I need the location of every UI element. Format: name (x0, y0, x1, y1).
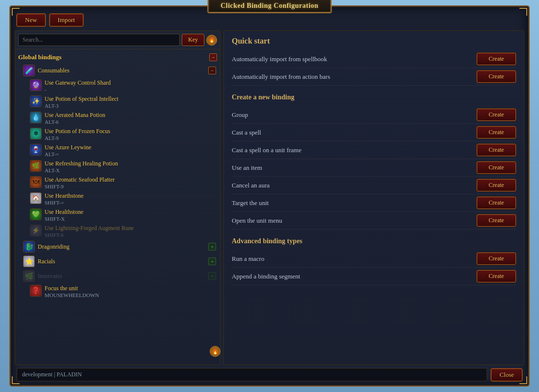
window-title: Clicked Binding Configuration (220, 2, 318, 9)
new-button[interactable]: New (17, 14, 46, 26)
dragonriding-expand-btn[interactable]: + (208, 243, 216, 251)
cancel-aura-create-btn[interactable]: Create (477, 179, 516, 191)
list-item[interactable]: 🌿 Use Refreshing Healing Potion ALT-X (15, 159, 220, 175)
advanced-title: Advanced binding types (232, 237, 516, 245)
item-text-7: Use Hearthstone SHIFT-= (45, 192, 217, 206)
innervates-expand-btn[interactable]: + (208, 272, 216, 280)
global-bindings-group[interactable]: Global bindings − (15, 51, 220, 63)
search-input[interactable] (18, 34, 180, 46)
group-create-btn[interactable]: Create (477, 109, 516, 121)
item-key-4: ALT-= (45, 151, 217, 157)
item-name-1: Use Potion of Spectral Intellect (45, 95, 217, 103)
item-name-2: Use Aerated Mana Potion (45, 112, 217, 119)
innervates-category[interactable]: 🌿 Innervates + (15, 269, 220, 283)
item-text-3: Use Potion of Frozen Focus ALT-9 (45, 128, 217, 141)
macro-create-btn[interactable]: Create (477, 253, 516, 265)
item-icon-2: 💧 (30, 112, 42, 123)
use-item-row: Use an item Create (232, 159, 516, 177)
dragonriding-icon: 🐉 (23, 241, 35, 253)
item-key-9: SHIFT-6 (45, 232, 217, 238)
cancel-aura-row: Cancel an aura Create (232, 177, 516, 194)
append-create-btn[interactable]: Create (477, 270, 516, 282)
actionbars-create-btn[interactable]: Create (477, 70, 516, 83)
item-name-3: Use Potion of Frozen Focus (45, 128, 217, 135)
item-icon-0: 🔮 (30, 79, 42, 91)
list-item[interactable]: 🍷 Use Azure Leywine ALT-= (15, 142, 220, 159)
tree-scroll-area: Global bindings − 🧪 Consumables − 🔮 (15, 49, 220, 365)
item-name-7: Use Hearthstone (45, 192, 217, 200)
main-window: Clicked Binding Configuration New Import… (10, 6, 529, 386)
status-bar: development | PALADIN Close (15, 365, 524, 381)
unit-menu-label: Open the unit menu (232, 217, 282, 225)
item-key-7: SHIFT-= (45, 200, 217, 206)
list-item[interactable]: 🍽 Use Aromatic Seafood Platter SHIFT-9 (15, 175, 220, 191)
item-key-6: SHIFT-9 (45, 184, 217, 189)
item-name-4: Use Azure Leywine (45, 144, 217, 151)
item-icon-8: 💚 (30, 208, 42, 220)
item-text-8: Use Healthstone SHIFT-X (45, 208, 217, 222)
import-button[interactable]: Import (49, 14, 83, 26)
item-name-6: Use Aromatic Seafood Platter (45, 176, 217, 184)
target-unit-label: Target the unit (232, 199, 269, 207)
unit-menu-create-btn[interactable]: Create (477, 214, 516, 227)
quick-start-title: Quick start (232, 37, 516, 46)
item-name-0: Use Gateway Control Shard (45, 79, 217, 87)
item-key-3: ALT-9 (45, 135, 217, 141)
list-item[interactable]: ❄ Use Potion of Frozen Focus ALT-9 (15, 126, 220, 142)
append-label: Append a binding segment (232, 273, 300, 280)
actionbars-label: Automatically import from action bars (232, 73, 330, 81)
item-name-8: Use Healthstone (45, 208, 217, 216)
global-bindings-label: Global bindings (18, 53, 206, 61)
list-item[interactable]: 💧 Use Aerated Mana Potion ALT-6 (15, 110, 220, 126)
racials-icon: ⭐ (23, 255, 35, 267)
cast-unit-label: Cast a spell on a unit frame (232, 146, 301, 154)
item-icon-7: 🏠 (30, 192, 42, 204)
window-inner: New Import Key 🔥 Global bindings (15, 11, 524, 381)
content-area: Key 🔥 Global bindings − 🧪 Consumabl (15, 30, 524, 365)
scroll-bottom-icon-area: 🔥 (210, 346, 220, 357)
right-panel: Quick start Automatically import from sp… (223, 30, 524, 365)
spellbook-row: Automatically import from spellbook Crea… (232, 50, 516, 68)
spellbook-label: Automatically import from spellbook (232, 55, 327, 63)
global-bindings-collapse-btn[interactable]: − (209, 53, 217, 61)
list-item[interactable]: ⚡ Use Lightning-Forged Augment Rune SHIF… (15, 223, 220, 239)
macro-label: Run a macro (232, 255, 264, 263)
cast-unit-create-btn[interactable]: Create (477, 144, 516, 156)
item-key-0: - (45, 87, 217, 92)
consumables-category[interactable]: 🧪 Consumables − (15, 63, 220, 78)
bottom-scroll-icon[interactable]: 🔥 (210, 346, 220, 357)
item-text-6: Use Aromatic Seafood Platter SHIFT-9 (45, 176, 217, 189)
filter-icon-btn[interactable]: 🔥 (206, 35, 217, 46)
group-row: Group Create (232, 106, 516, 124)
innervates-label: Innervates (38, 273, 205, 280)
list-item[interactable]: ❓ Focus the unit MOUSEWHEELDOWN (15, 283, 220, 300)
cast-spell-create-btn[interactable]: Create (477, 126, 516, 138)
left-panel: Key 🔥 Global bindings − 🧪 Consumabl (15, 30, 220, 365)
use-item-create-btn[interactable]: Create (477, 161, 516, 174)
focus-key: MOUSEWHEELDOWN (45, 292, 217, 298)
dragonriding-category[interactable]: 🐉 Dragonriding + (15, 239, 220, 254)
item-icon-1: ✨ (30, 95, 42, 107)
item-icon-9: ⚡ (30, 225, 42, 236)
target-unit-create-btn[interactable]: Create (477, 197, 516, 209)
racials-category[interactable]: ⭐ Racials + (15, 254, 220, 269)
item-icon-6: 🍽 (30, 176, 42, 188)
focus-text: Focus the unit MOUSEWHEELDOWN (45, 285, 217, 298)
focus-name: Focus the unit (45, 285, 217, 292)
list-item[interactable]: 💚 Use Healthstone SHIFT-X (15, 207, 220, 223)
item-name-9: Use Lightning-Forged Augment Rune (45, 225, 217, 232)
item-icon-4: 🍷 (30, 144, 42, 156)
cancel-aura-label: Cancel an aura (232, 182, 270, 189)
cast-spell-label: Cast a spell (232, 129, 261, 137)
consumables-collapse-btn[interactable]: − (208, 67, 216, 74)
spellbook-create-btn[interactable]: Create (477, 53, 516, 65)
list-item[interactable]: ✨ Use Potion of Spectral Intellect ALT-3 (15, 94, 220, 110)
target-unit-row: Target the unit Create (232, 194, 516, 212)
list-item[interactable]: 🏠 Use Hearthstone SHIFT-= (15, 191, 220, 207)
close-button[interactable]: Close (491, 369, 522, 381)
key-button[interactable]: Key (182, 34, 204, 46)
macro-row: Run a macro Create (232, 250, 516, 268)
item-text-0: Use Gateway Control Shard - (45, 79, 217, 92)
list-item[interactable]: 🔮 Use Gateway Control Shard - (15, 78, 220, 94)
racials-expand-btn[interactable]: + (208, 257, 216, 265)
